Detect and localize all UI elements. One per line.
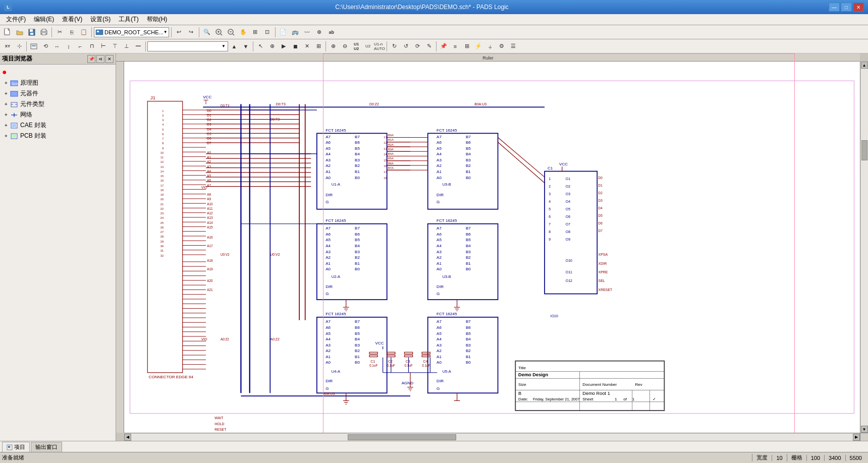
- expand-nets[interactable]: +: [2, 111, 10, 119]
- menu-view[interactable]: 查看(V): [58, 14, 86, 25]
- tree-item-pcb[interactable]: + PCB 封装: [2, 131, 114, 141]
- dup-tool[interactable]: ⊞: [313, 41, 324, 52]
- scroll-down-btn[interactable]: ▼: [861, 426, 868, 433]
- print-button[interactable]: [38, 27, 49, 38]
- add-rect[interactable]: ⊓: [86, 41, 97, 52]
- minimize-button[interactable]: —: [829, 3, 840, 12]
- wire-button[interactable]: 〰: [302, 27, 313, 38]
- menu-file[interactable]: 文件(F): [2, 14, 30, 25]
- scroll-left-btn[interactable]: ◀: [124, 434, 131, 441]
- save-button[interactable]: [26, 27, 37, 38]
- flip-btn[interactable]: ↺: [400, 41, 411, 52]
- net-dropdown[interactable]: ▼: [147, 41, 228, 51]
- tab-project[interactable]: 项目: [2, 442, 30, 452]
- pwr-btn[interactable]: ⚡: [473, 41, 484, 52]
- schematic-drawing-area[interactable]: J1 CONNECTOR EDGE 64: [124, 62, 860, 433]
- expand-schematic[interactable]: +: [2, 79, 10, 87]
- sheet-button[interactable]: 📄: [278, 27, 289, 38]
- schematic-nav[interactable]: [28, 41, 39, 52]
- paste-button[interactable]: 📋: [78, 27, 89, 38]
- svg-text:D4: D4: [599, 206, 603, 210]
- scroll-v-thumb[interactable]: [861, 140, 867, 160]
- menu-help[interactable]: 帮助(H): [143, 14, 172, 25]
- tab-output[interactable]: 输出窗口: [31, 442, 62, 452]
- zoom-selected-button[interactable]: ⊡: [262, 27, 273, 38]
- add-arc[interactable]: ⌐: [75, 41, 86, 52]
- svg-text:A7: A7: [437, 135, 442, 139]
- move-tool[interactable]: ⊕: [266, 41, 278, 52]
- tree-item-schematic[interactable]: + Sch 原理图: [2, 78, 114, 88]
- stop-tool[interactable]: ⏹: [290, 41, 301, 52]
- rem-btn[interactable]: ⊖: [339, 41, 350, 52]
- pin-panel-btn[interactable]: 📌: [87, 55, 95, 63]
- status-right: 宽度 10 栅格 100 3400 5500: [752, 454, 866, 461]
- expand-cae[interactable]: +: [2, 122, 10, 130]
- ruler-tool[interactable]: ━━: [133, 41, 144, 52]
- undo-button[interactable]: ↩: [174, 27, 185, 38]
- scrollbar-horizontal[interactable]: ◀ ▶: [124, 433, 860, 441]
- scroll-h-thumb[interactable]: [348, 434, 456, 440]
- tree-item-components[interactable]: + 元器件: [2, 88, 114, 99]
- menu-settings[interactable]: 设置(S): [86, 14, 115, 25]
- close-button[interactable]: ✕: [853, 3, 864, 12]
- expand-components[interactable]: +: [2, 90, 10, 98]
- schematic-canvas-area[interactable]: Ruler J1 CONNECTOR EDGE 64: [116, 53, 868, 441]
- zoom-area-button[interactable]: [213, 27, 225, 38]
- tree-item-partypes[interactable]: + 元件类型: [2, 99, 114, 109]
- snap-tool[interactable]: ⊹: [14, 41, 25, 52]
- maximize-button[interactable]: □: [841, 3, 852, 12]
- nav-down[interactable]: ▼: [240, 41, 251, 52]
- open-button[interactable]: [14, 27, 25, 38]
- zoom-fit-button[interactable]: ⊞: [250, 27, 261, 38]
- u2-btn[interactable]: U2: [362, 41, 373, 52]
- conn-btn[interactable]: ⊞: [461, 41, 472, 52]
- rot-btn[interactable]: ↻: [389, 41, 400, 52]
- zoom-in-button[interactable]: 🔍: [201, 27, 212, 38]
- scrollbar-vertical[interactable]: ▲ ▼: [860, 62, 868, 433]
- menu-edit[interactable]: 编辑(E): [30, 14, 58, 25]
- add-net-btn[interactable]: ⊕: [328, 41, 339, 52]
- pushpin-panel-btn[interactable]: ⊲: [96, 55, 104, 63]
- pan-button[interactable]: ✋: [238, 27, 249, 38]
- expand-partypes[interactable]: +: [2, 100, 10, 108]
- cut-button[interactable]: ✂: [54, 27, 65, 38]
- bus-button[interactable]: 🚌: [290, 27, 301, 38]
- new-button[interactable]: [2, 27, 13, 38]
- cursor-tool[interactable]: ⟲: [40, 41, 51, 52]
- tree-item-nets[interactable]: + 网络: [2, 109, 114, 120]
- scroll-up-btn[interactable]: ▲: [861, 62, 868, 69]
- schematic-dropdown[interactable]: DEMO_ROOT_SCHE... ▼: [94, 27, 169, 37]
- add-text2[interactable]: ⊤: [110, 41, 121, 52]
- grid-tool[interactable]: XY: [2, 41, 13, 52]
- close-panel-btn[interactable]: ✕: [105, 55, 114, 63]
- sep-t2-4: [326, 41, 326, 51]
- extra-btn[interactable]: ☰: [508, 41, 519, 52]
- select-tool[interactable]: ↖: [255, 41, 266, 52]
- edit-btn[interactable]: ✎: [423, 41, 435, 52]
- gnd-btn[interactable]: ⏚: [484, 41, 496, 52]
- label-button[interactable]: ab: [326, 27, 337, 38]
- add-dim[interactable]: ⊥: [121, 41, 132, 52]
- svg-text:D4: D4: [207, 128, 211, 131]
- add-circle[interactable]: ⊢: [98, 41, 109, 52]
- copy-button[interactable]: ⎘: [66, 27, 77, 38]
- menu-tools[interactable]: 工具(T): [115, 14, 142, 25]
- u1n-btn[interactable]: U1-nAUTO: [374, 41, 385, 52]
- u1-btn[interactable]: U1U2: [351, 41, 362, 52]
- mirror-btn[interactable]: ⟳: [412, 41, 423, 52]
- zoom-out-button[interactable]: [226, 27, 237, 38]
- nav-up[interactable]: ▲: [229, 41, 240, 52]
- junction-button[interactable]: ⊕: [314, 27, 325, 38]
- svg-text:B3: B3: [466, 343, 471, 348]
- add-component[interactable]: ↔: [51, 41, 63, 52]
- tree-item-cae[interactable]: + CAE 封装: [2, 120, 114, 131]
- scroll-right-btn[interactable]: ▶: [853, 434, 860, 441]
- prop-btn[interactable]: ⚙: [496, 41, 507, 52]
- expand-pcb[interactable]: +: [2, 132, 10, 140]
- run-tool[interactable]: ▶: [278, 41, 289, 52]
- add-line[interactable]: ↕: [63, 41, 74, 52]
- bus-btn2[interactable]: ≡: [450, 41, 461, 52]
- redo-button[interactable]: ↪: [186, 27, 197, 38]
- pin-btn[interactable]: 📌: [438, 41, 449, 52]
- delete-tool[interactable]: ✕: [301, 41, 312, 52]
